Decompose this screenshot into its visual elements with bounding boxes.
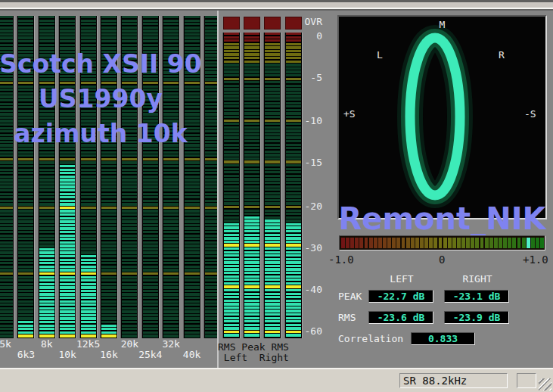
meter-segment: [224, 43, 239, 45]
meter-segment: [163, 165, 179, 167]
meter-segment: [39, 196, 54, 198]
meter-segment: [286, 88, 301, 90]
meter-segment: [205, 272, 218, 275]
meter-segment: [205, 161, 218, 163]
meter-segment: [244, 278, 259, 281]
meter-segment: [101, 196, 117, 198]
meter-segment: [0, 286, 13, 288]
peak-row-label: PEAK: [338, 291, 362, 302]
correlation-segment: [466, 238, 470, 248]
correlation-segment: [433, 238, 437, 248]
meter-segment: [244, 244, 259, 246]
meter-segment: [122, 179, 137, 181]
meter-segment: [205, 26, 218, 29]
meter-segment: [244, 296, 259, 298]
correlation-segment: [508, 238, 511, 248]
meter-segment: [122, 172, 137, 174]
meter-segment: [205, 293, 218, 295]
meter-segment: [163, 40, 179, 42]
meter-segment: [18, 165, 33, 167]
meter-segment: [101, 262, 117, 264]
correlation-segment: [350, 238, 354, 248]
meter-segment: [18, 276, 33, 278]
meter-segment: [122, 328, 137, 330]
over-indicator: [264, 17, 281, 30]
meter-segment: [163, 210, 179, 212]
meter-segment: [185, 224, 200, 226]
meter-segment: [286, 195, 301, 198]
meter-segment: [205, 92, 218, 95]
meter-segment: [122, 259, 137, 261]
meter-segment: [143, 185, 158, 188]
meter-segment: [244, 182, 259, 184]
meter-segment: [265, 133, 280, 135]
meter-segment: [286, 234, 301, 236]
meter-segment: [205, 20, 218, 22]
meter-segment: [224, 272, 239, 274]
meter-segment: [265, 282, 280, 285]
meter-segment: [224, 46, 239, 48]
meter-segment: [244, 46, 259, 48]
meter-segment: [143, 44, 158, 46]
resize-grip[interactable]: [539, 378, 551, 390]
meter-segment: [224, 261, 239, 263]
meter-segment: [143, 307, 158, 310]
meter-segment: [18, 283, 33, 285]
meter-segment: [286, 303, 301, 305]
correlation-tick-min: -1.0: [328, 254, 354, 265]
meter-segment: [81, 244, 96, 247]
meter-segment: [143, 303, 158, 306]
frequency-label: 20k: [121, 339, 138, 349]
meter-segment: [122, 210, 137, 212]
meter-segment: [265, 67, 280, 70]
meter-segment: [224, 303, 239, 305]
meter-segment: [163, 33, 179, 36]
meter-segment: [0, 334, 13, 337]
meter-segment: [81, 259, 96, 261]
meter-segment: [60, 235, 75, 237]
meter-segment: [122, 266, 137, 268]
meter-segment: [185, 244, 200, 247]
meter-segment: [163, 251, 179, 254]
meter-segment: [185, 193, 200, 195]
meter-segment: [265, 192, 280, 194]
meter-segment: [205, 310, 218, 313]
meter-segment: [163, 328, 179, 330]
meter-segment: [224, 147, 239, 149]
meter-segment: [39, 307, 54, 310]
meter-segment: [18, 161, 33, 163]
meter-segment: [244, 70, 259, 73]
meter-segment: [185, 283, 200, 285]
meter-segment: [205, 314, 218, 316]
meter-segment: [143, 272, 158, 275]
meter-segment: [163, 179, 179, 181]
meter-segment: [81, 325, 96, 327]
meter-segment: [286, 182, 301, 184]
meter-segment: [0, 193, 13, 195]
meter-segment: [143, 286, 158, 288]
meter-segment: [163, 297, 179, 299]
correlation-tick-zero: 0: [439, 254, 445, 265]
meter-segment: [60, 220, 75, 222]
correlation-segment: [392, 238, 396, 248]
meter-segment: [286, 116, 301, 118]
meter-segment: [224, 334, 239, 336]
meter-segment: [224, 216, 239, 219]
meter-segment: [18, 235, 33, 237]
meter-segment: [185, 259, 200, 261]
meter-segment: [205, 189, 218, 191]
meter-segment: [81, 36, 96, 39]
meter-segment: [60, 310, 75, 313]
meter-segment: [122, 293, 137, 295]
meter-segment: [244, 116, 259, 118]
meter-segment: [81, 279, 96, 282]
meter-segment: [39, 30, 54, 32]
meter-segment: [244, 282, 259, 285]
meter-segment: [244, 216, 259, 219]
meter-segment: [265, 268, 280, 270]
meter-segment: [81, 207, 96, 209]
meter-segment: [60, 269, 75, 271]
meter-segment: [0, 262, 13, 264]
meter-segment: [143, 30, 158, 32]
meter-segment: [18, 334, 33, 337]
